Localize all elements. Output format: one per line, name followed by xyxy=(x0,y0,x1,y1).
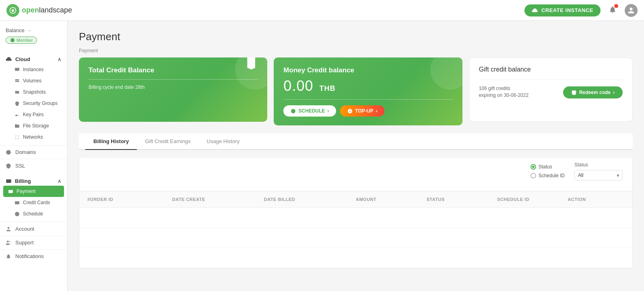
col-action: ACTION xyxy=(568,197,624,202)
sidebar-item-snapshots[interactable]: Snapshots xyxy=(0,86,67,98)
schedule-btn-icon xyxy=(291,109,296,114)
create-instance-button[interactable]: CREATE INSTANCE xyxy=(524,4,601,16)
volumes-icon xyxy=(14,78,20,84)
user-avatar-button[interactable] xyxy=(625,4,638,17)
topup-button[interactable]: TOP-UP › xyxy=(340,105,384,117)
logo-text: openlandscape xyxy=(22,6,72,14)
radio-status[interactable]: Status xyxy=(530,164,565,170)
svg-point-2 xyxy=(10,38,14,42)
gift-credit-title: Gift credit balance xyxy=(479,66,623,73)
money-credit-title: Money Credit balance xyxy=(283,66,452,74)
money-card-divider xyxy=(283,99,452,100)
billing-chevron-icon: ∧ xyxy=(58,178,62,184)
folder-icon xyxy=(14,123,20,129)
credit-card-icon xyxy=(14,200,20,205)
col-status: STATUS xyxy=(427,197,497,202)
schedule-button[interactable]: SCHEDULE › xyxy=(283,105,336,117)
sidebar-item-support[interactable]: Support xyxy=(0,236,67,249)
topup-icon xyxy=(347,109,353,114)
sidebar-item-instances[interactable]: Instances xyxy=(0,64,67,75)
section-label: Payment xyxy=(79,48,633,53)
svg-rect-3 xyxy=(15,68,19,71)
status-select[interactable]: All Paid Pending Failed xyxy=(574,170,623,180)
tabs-row: Billing History Gift Credit Earnings Usa… xyxy=(79,133,633,150)
support-icon xyxy=(6,240,11,246)
card-actions: SCHEDULE › TOP-UP › xyxy=(283,105,452,117)
layout: Balance → Member Cloud ∧ Instances Volu xyxy=(0,21,644,291)
globe-icon xyxy=(6,150,11,155)
bookmark-icon xyxy=(247,57,255,70)
sidebar-item-networks[interactable]: Networks xyxy=(0,131,67,143)
tab-gift-credit-earnings[interactable]: Gift Credit Earnings xyxy=(137,133,198,150)
svg-point-7 xyxy=(15,114,17,116)
notifications-button[interactable] xyxy=(607,4,618,16)
sidebar-item-key-pairs[interactable]: Key Pairs xyxy=(0,109,67,120)
snapshots-icon xyxy=(14,90,20,95)
table-row-1 xyxy=(79,208,632,228)
svg-rect-5 xyxy=(15,80,19,82)
sidebar-item-notifications[interactable]: Notifications xyxy=(0,249,67,263)
schedule-icon xyxy=(14,211,20,217)
account-icon xyxy=(6,226,11,232)
sidebar-item-domains[interactable]: Domains xyxy=(0,145,67,159)
sidebar-item-schedule[interactable]: Schedule xyxy=(0,208,67,219)
money-credit-card: Money Credit balance 0.00 THB SCHEDULE ›… xyxy=(274,57,462,125)
logo: openlandscape xyxy=(6,4,72,17)
sidebar-item-volumes[interactable]: Volumes xyxy=(0,75,67,86)
shield-icon xyxy=(14,101,20,106)
cloud-icon xyxy=(532,7,538,14)
ssl-icon xyxy=(6,163,11,169)
main-content: Payment Payment Total Credit Balance Bil… xyxy=(68,21,644,291)
filters-row: Status Schedule ID Status All Paid xyxy=(87,162,624,180)
gift-credit-card: Gift credit balance 106 gift credits exp… xyxy=(469,57,633,122)
user-icon xyxy=(627,7,635,14)
balance-arrow-icon: → xyxy=(27,28,32,33)
payment-icon xyxy=(8,189,13,194)
radio-schedule-id[interactable]: Schedule ID xyxy=(530,173,565,178)
sidebar-item-security-groups[interactable]: Security Groups xyxy=(0,98,67,109)
topnav: openlandscape CREATE INSTANCE xyxy=(0,0,644,21)
tab-billing-history[interactable]: Billing History xyxy=(85,133,137,150)
sidebar-category-cloud[interactable]: Cloud ∧ xyxy=(0,53,67,64)
topnav-actions: CREATE INSTANCE xyxy=(524,4,638,17)
gift-row: 106 gift credits expiring on 30-06-2022 … xyxy=(479,86,623,99)
col-date-billed: DATE BILLED xyxy=(264,197,356,202)
total-credit-subtitle: Billing cycle end date 28th xyxy=(89,84,258,90)
tab-usage-history[interactable]: Usage History xyxy=(199,133,248,150)
tabs-container: Billing History Gift Credit Earnings Usa… xyxy=(79,133,633,268)
billing-icon xyxy=(6,178,12,184)
svg-rect-4 xyxy=(15,79,19,80)
svg-point-15 xyxy=(7,240,9,242)
cards-row: Total Credit Balance Billing cycle end d… xyxy=(79,57,633,125)
col-date-create: DATE CREATE xyxy=(172,197,264,202)
svg-rect-6 xyxy=(15,91,19,94)
svg-rect-11 xyxy=(8,190,13,193)
status-filter-label: Status xyxy=(574,162,623,168)
table-row-3 xyxy=(79,248,632,268)
redeem-code-button[interactable]: Redeem code › xyxy=(563,86,623,98)
notifications-icon xyxy=(6,254,11,259)
svg-point-14 xyxy=(8,227,10,229)
sidebar: Balance → Member Cloud ∧ Instances Volu xyxy=(0,21,68,291)
member-badge: Member xyxy=(6,37,37,44)
page-title: Payment xyxy=(79,31,633,43)
sidebar-category-billing[interactable]: Billing ∧ xyxy=(0,175,67,186)
sidebar-item-payment[interactable]: Payment xyxy=(3,186,64,197)
col-amount: AMOUNT xyxy=(356,197,427,202)
notification-badge xyxy=(614,4,618,8)
gift-divider xyxy=(479,80,623,80)
filter-group-radio: Status Schedule ID xyxy=(530,164,565,178)
col-schedule-id: SCHEDULE ID xyxy=(497,197,568,202)
sidebar-item-ssl[interactable]: SSL xyxy=(0,159,67,172)
sidebar-item-account[interactable]: Account xyxy=(0,222,67,236)
sidebar-balance[interactable]: Balance → xyxy=(0,21,67,37)
card-divider xyxy=(89,79,258,80)
member-icon xyxy=(10,38,15,43)
svg-point-1 xyxy=(12,10,14,12)
sidebar-item-file-storage[interactable]: File Storage xyxy=(0,120,67,131)
radio-schedule-circle xyxy=(530,173,536,178)
filters-area: Status Schedule ID Status All Paid xyxy=(79,158,633,191)
svg-rect-10 xyxy=(6,179,11,183)
billing-section: Billing ∧ Payment Credit Cards Schedule xyxy=(0,172,67,222)
sidebar-item-credit-cards[interactable]: Credit Cards xyxy=(0,197,67,208)
